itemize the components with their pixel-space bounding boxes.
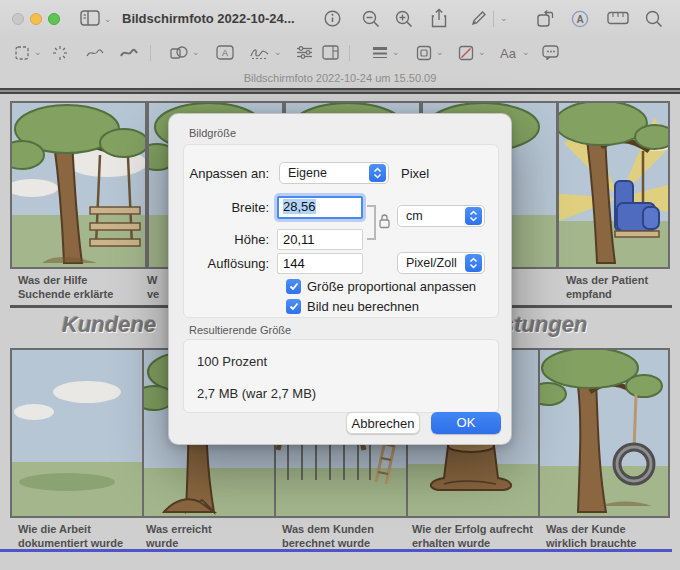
fit-suffix: Pixel: [401, 166, 429, 181]
markup-pencil-icon[interactable]: [470, 9, 488, 27]
line-style-icon[interactable]: [372, 46, 388, 59]
panel-swing-three-planks: [10, 101, 147, 269]
sidebar-icon[interactable]: [80, 10, 100, 26]
zoom-out-icon[interactable]: [362, 10, 380, 28]
markup-separator-2: [349, 45, 350, 61]
text-style-icon[interactable]: Aa: [500, 46, 516, 61]
panel-empty-field: [10, 348, 144, 518]
banner-text-left: Kundene: [62, 312, 156, 338]
link-bracket: [374, 205, 376, 240]
annotate-bubble-icon[interactable]: [542, 45, 559, 60]
resolution-field[interactable]: 144: [277, 253, 363, 274]
selection-chevron-icon[interactable]: ⌄: [34, 47, 42, 57]
resample-checkbox[interactable]: [286, 299, 301, 314]
window-title: Bildschirmfoto 2022-10-24...: [122, 11, 295, 26]
svg-text:A: A: [222, 48, 228, 58]
highlight-a-icon[interactable]: A: [571, 10, 589, 28]
width-value: 28,56: [283, 199, 316, 214]
result-size: 2,7 MB (war 2,7 MB): [197, 386, 316, 401]
fit-popup[interactable]: Eigene: [279, 162, 389, 184]
unit-popup-value: cm: [398, 209, 465, 223]
height-label: Höhe:: [179, 232, 269, 247]
search-icon[interactable]: [645, 10, 663, 28]
shapes-chevron-icon[interactable]: ⌄: [192, 47, 200, 57]
text-style-chevron-icon[interactable]: ⌄: [522, 47, 530, 57]
image-size-dialog: Bildgröße Anpassen an: Eigene Pixel Brei…: [168, 113, 512, 445]
adjust-icon[interactable]: [296, 45, 313, 60]
ok-button[interactable]: OK: [431, 412, 501, 434]
result-percent: 100 Prozent: [197, 354, 267, 369]
link-bracket-top: [367, 205, 375, 207]
stepper-icon: [465, 207, 482, 225]
caption-bottom-1: Wie die Arbeit dokumentiert wurde: [18, 522, 123, 551]
caption-top-1: Was der Hilfe Suchende erklärte: [18, 273, 113, 302]
sketch-icon[interactable]: [86, 47, 104, 59]
zoom-window-button[interactable]: [48, 13, 60, 25]
width-label: Breite:: [179, 200, 269, 215]
caption-bottom-5: Was der Kunde wirklich brauchte: [546, 522, 636, 551]
cancel-button[interactable]: Abbrechen: [346, 412, 420, 434]
signature-icon[interactable]: [250, 46, 270, 60]
proportional-checkbox[interactable]: [286, 279, 301, 294]
caption-bottom-3: Was dem Kunden berechnet wurde: [282, 522, 374, 551]
resolution-unit-popup[interactable]: Pixel/Zoll: [397, 252, 485, 274]
frame-icon[interactable]: [322, 45, 339, 60]
markup-toolbar: ⌄ ⌄ A ⌄ ⌄ ⌄ ⌄ Aa ⌄: [0, 38, 680, 68]
signature-chevron-icon[interactable]: ⌄: [274, 47, 282, 57]
rotate-icon[interactable]: [536, 9, 555, 28]
stepper-icon: [369, 164, 386, 182]
instant-alpha-icon[interactable]: [52, 45, 68, 61]
draw-icon[interactable]: [120, 47, 138, 59]
markup-separator-1: [150, 45, 151, 61]
stepper-icon: [465, 254, 482, 272]
line-style-chevron-icon[interactable]: ⌄: [392, 47, 400, 57]
link-bracket-bottom: [367, 238, 375, 240]
zoom-in-icon[interactable]: [395, 10, 413, 28]
shapes-icon[interactable]: [170, 45, 188, 61]
sidebar-chevron-icon[interactable]: ⌄: [104, 14, 112, 24]
panel-tire-swing: [538, 348, 670, 518]
document-subtitle: Bildschirmfoto 2022-10-24 um 15.50.09: [244, 72, 437, 84]
lock-icon: [378, 213, 391, 233]
fit-popup-value: Eigene: [280, 166, 369, 180]
fill-color-chevron-icon[interactable]: ⌄: [478, 47, 486, 57]
document-subtitle-bar: Bildschirmfoto 2022-10-24 um 15.50.09: [0, 68, 680, 88]
resolution-value: 144: [283, 256, 305, 271]
resample-label: Bild neu berechnen: [307, 299, 419, 314]
panel-armchair-swing: [557, 101, 670, 269]
minimize-button[interactable]: [30, 13, 42, 25]
caption-top-2-fragment: W ve: [147, 273, 159, 302]
resolution-label: Auflösung:: [179, 256, 269, 271]
share-icon[interactable]: [431, 8, 447, 28]
border-color-icon[interactable]: [416, 45, 432, 61]
markup-chevron-icon[interactable]: ⌄: [500, 13, 508, 23]
close-button[interactable]: [12, 13, 24, 25]
fit-label: Anpassen an:: [179, 166, 269, 181]
border-color-chevron-icon[interactable]: ⌄: [436, 47, 444, 57]
height-value: 20,11: [283, 232, 315, 247]
caption-top-5: Was der Patient empfand: [566, 273, 648, 302]
dialog-title: Bildgröße: [189, 127, 236, 139]
image-bottom-rule: [0, 549, 672, 552]
banner-text-right: stungen: [502, 312, 588, 338]
width-field[interactable]: 28,56: [277, 196, 363, 219]
titlebar: ⌄ Bildschirmfoto 2022-10-24... ⌄ A: [0, 0, 680, 38]
caption-bottom-2: Was erreicht wurde: [146, 522, 212, 551]
svg-text:A: A: [576, 14, 583, 25]
measure-icon[interactable]: [607, 11, 629, 25]
resolution-unit-value: Pixel/Zoll: [398, 256, 465, 270]
textbox-icon[interactable]: A: [216, 45, 234, 60]
proportional-label: Größe proportional anpassen: [307, 279, 476, 294]
selection-icon[interactable]: [14, 45, 30, 61]
image-top-border: [0, 88, 680, 94]
result-title: Resultierende Größe: [189, 324, 291, 336]
caption-bottom-4: Wie der Erfolg aufrecht erhalten wurde: [412, 522, 533, 551]
result-groupbox: [183, 339, 499, 413]
fill-color-icon[interactable]: [458, 45, 474, 61]
unit-popup[interactable]: cm: [397, 205, 485, 227]
info-icon[interactable]: [324, 10, 341, 27]
toolbar-separator: [493, 11, 494, 27]
height-field[interactable]: 20,11: [277, 229, 363, 250]
